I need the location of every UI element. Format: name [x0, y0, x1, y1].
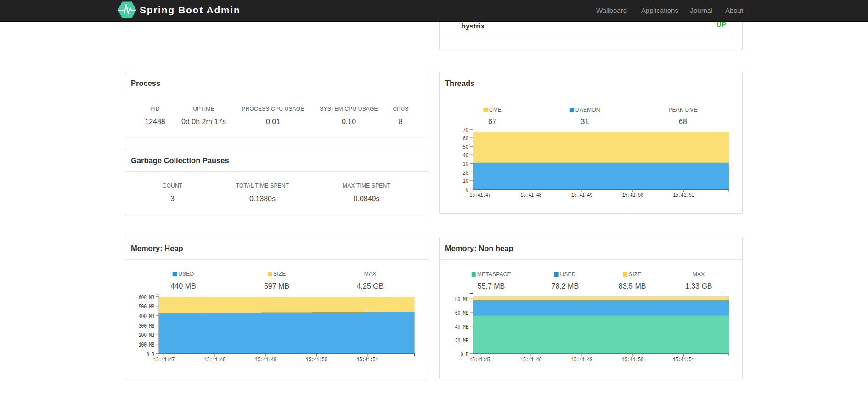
- svg-text:15:41:47: 15:41:47: [153, 357, 175, 363]
- svg-text:15:41:49: 15:41:49: [571, 357, 592, 363]
- svg-text:15:41:51: 15:41:51: [357, 357, 378, 363]
- svg-text:20: 20: [463, 170, 468, 177]
- svg-text:600 MB: 600 MB: [139, 295, 154, 301]
- svg-text:15:41:47: 15:41:47: [470, 192, 491, 199]
- svg-text:0 B: 0 B: [461, 352, 468, 358]
- svg-text:0: 0: [466, 187, 468, 194]
- svg-text:30: 30: [463, 161, 468, 168]
- svg-text:20 MB: 20 MB: [455, 338, 468, 344]
- svg-text:40 MB: 40 MB: [455, 324, 468, 330]
- svg-text:15:41:48: 15:41:48: [204, 357, 225, 363]
- svg-text:15:41:49: 15:41:49: [255, 357, 276, 363]
- svg-text:10: 10: [463, 178, 468, 185]
- svg-text:50: 50: [463, 144, 468, 151]
- svg-text:400 MB: 400 MB: [139, 313, 154, 320]
- svg-text:70: 70: [463, 127, 468, 134]
- svg-text:15:41:51: 15:41:51: [673, 192, 694, 199]
- svg-text:15:41:50: 15:41:50: [622, 192, 643, 199]
- svg-text:15:41:48: 15:41:48: [520, 357, 541, 363]
- svg-text:200 MB: 200 MB: [139, 332, 154, 339]
- svg-text:60: 60: [463, 136, 468, 142]
- svg-text:60 MB: 60 MB: [455, 310, 468, 317]
- svg-text:300 MB: 300 MB: [139, 323, 154, 330]
- svg-text:15:41:48: 15:41:48: [520, 192, 541, 199]
- svg-text:100 MB: 100 MB: [139, 342, 154, 348]
- svg-text:500 MB: 500 MB: [139, 304, 154, 310]
- svg-text:15:41:50: 15:41:50: [306, 357, 327, 363]
- svg-text:15:41:49: 15:41:49: [571, 192, 592, 199]
- svg-text:15:41:51: 15:41:51: [673, 357, 694, 363]
- svg-text:15:41:50: 15:41:50: [622, 357, 643, 363]
- svg-text:15:41:47: 15:41:47: [470, 357, 491, 363]
- svg-text:40: 40: [463, 153, 468, 159]
- svg-text:80 MB: 80 MB: [455, 296, 468, 303]
